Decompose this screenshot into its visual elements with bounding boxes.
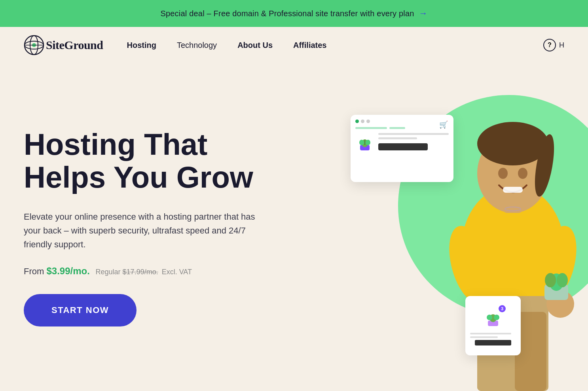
hero-section: Hosting That Helps You Grow Elevate your… <box>0 63 588 391</box>
card-product <box>355 132 449 151</box>
svg-point-31 <box>545 273 556 287</box>
svg-rect-23 <box>503 187 523 193</box>
nav-affiliates[interactable]: Affiliates <box>293 41 326 50</box>
logo-icon <box>24 35 44 55</box>
product-line-2 <box>378 137 417 139</box>
price-regular: Regular $17.99/mo. <box>96 268 160 276</box>
badge-count: 3 <box>499 305 506 312</box>
small-product-lines <box>470 333 516 345</box>
hero-description: Elevate your online presence with a host… <box>24 210 269 252</box>
hero-title-line1: Hosting That <box>24 127 207 161</box>
logo[interactable]: SiteGround <box>24 35 103 55</box>
svg-point-8 <box>366 140 370 145</box>
dot-green <box>355 120 359 123</box>
addr-line-2 <box>389 127 405 129</box>
svg-point-13 <box>494 315 499 320</box>
dot-1 <box>361 120 364 123</box>
top-banner[interactable]: Special deal – Free domain & Professiona… <box>0 0 588 27</box>
small-product: 3 <box>481 306 505 330</box>
browser-dots <box>355 120 449 123</box>
banner-text: Special deal – Free domain & Professiona… <box>160 9 414 18</box>
help-icon[interactable]: ? <box>543 39 556 51</box>
svg-point-32 <box>557 273 568 287</box>
svg-point-22 <box>518 168 527 179</box>
logo-text: SiteGround <box>46 38 103 52</box>
pricing-prefix: From <box>24 266 44 276</box>
browser-address-bar <box>355 127 449 129</box>
price-current: $3.99/mo. <box>46 266 92 276</box>
svg-point-12 <box>487 315 492 320</box>
product-lines <box>378 133 449 150</box>
browser-card-top: 🛒 <box>351 115 453 182</box>
hero-content: Hosting That Helps You Grow Elevate your… <box>24 128 269 327</box>
help-text: H <box>559 41 564 49</box>
price-excl: Excl. VAT <box>162 268 192 276</box>
nav-technology[interactable]: Technology <box>177 41 217 50</box>
browser-card-bottom: 3 <box>465 296 521 355</box>
product-image <box>355 132 374 151</box>
hero-title-line2: Helps You Grow <box>24 160 253 194</box>
product-button-placeholder <box>378 143 428 150</box>
small-product-btn <box>475 340 512 345</box>
nav-about[interactable]: About Us <box>237 41 273 50</box>
cart-icon: 🛒 <box>439 120 448 129</box>
nav-hosting[interactable]: Hosting <box>127 41 156 50</box>
hero-title: Hosting That Helps You Grow <box>24 128 269 194</box>
small-line-2 <box>470 336 498 338</box>
plant-svg <box>356 132 374 151</box>
svg-point-21 <box>498 168 508 179</box>
header-right: ? H <box>543 39 564 51</box>
banner-arrow: → <box>419 8 428 19</box>
start-now-button[interactable]: START NOW <box>24 294 137 326</box>
dot-2 <box>366 120 370 123</box>
hero-pricing: From $3.99/mo. Regular $17.99/mo. Excl. … <box>24 266 269 277</box>
addr-line-1 <box>355 127 387 129</box>
product-line-1 <box>378 133 449 135</box>
main-nav: Hosting Technology About Us Affiliates <box>127 41 327 50</box>
header: SiteGround Hosting Technology About Us A… <box>0 27 588 63</box>
small-line-1 <box>470 333 511 334</box>
price-strikethrough: $17.99/mo. <box>123 268 158 276</box>
svg-point-7 <box>359 140 364 145</box>
hero-illustration: 🛒 <box>303 63 588 391</box>
